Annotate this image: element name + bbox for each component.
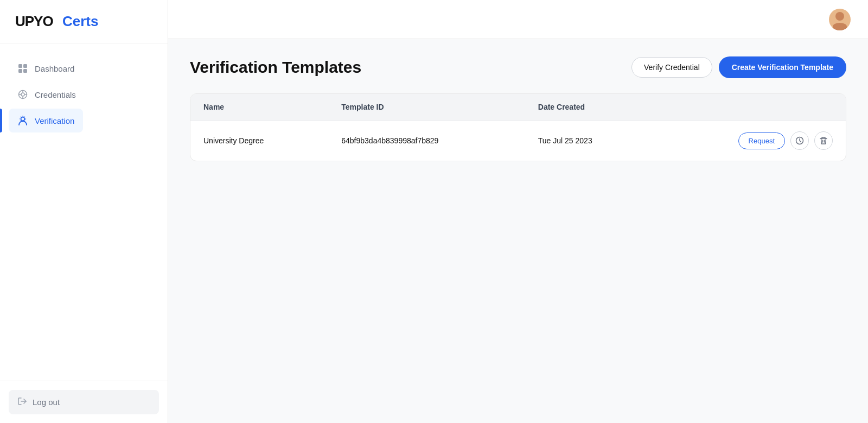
row-template-id: 64bf9b3da4b839998af7b829	[328, 121, 525, 161]
templates-table-container: Name Template ID Date Created University…	[190, 93, 846, 161]
user-avatar[interactable]	[829, 9, 851, 30]
main-content: Verification Templates Verify Credential…	[168, 0, 868, 423]
col-actions	[653, 94, 846, 121]
table-header: Name Template ID Date Created	[190, 94, 846, 121]
table-body: University Degree 64bf9b3da4b839998af7b8…	[190, 121, 846, 161]
avatar-figure	[829, 9, 851, 30]
svg-rect-0	[18, 64, 22, 68]
row-name: University Degree	[190, 121, 328, 161]
col-template-id: Template ID	[328, 94, 525, 121]
nav-dashboard[interactable]: Dashboard	[9, 56, 83, 80]
page-title: Verification Templates	[190, 58, 361, 77]
credentials-icon	[17, 89, 28, 100]
templates-table: Name Template ID Date Created University…	[190, 94, 846, 161]
dashboard-icon	[17, 63, 28, 74]
verification-icon	[17, 115, 28, 126]
logout-button[interactable]: Log out	[9, 390, 159, 414]
svg-point-10	[21, 117, 25, 121]
sidebar-nav: Dashboard Credentials	[0, 43, 168, 381]
avatar-head	[835, 12, 844, 21]
table-header-row: Name Template ID Date Created	[190, 94, 846, 121]
table-row: University Degree 64bf9b3da4b839998af7b8…	[190, 121, 846, 161]
page-content: Verification Templates Verify Credential…	[168, 39, 868, 423]
row-actions: Request	[666, 131, 833, 150]
delete-button[interactable]	[814, 131, 833, 150]
col-date-created: Date Created	[525, 94, 653, 121]
sidebar: UPYO Certs Dashboard	[0, 0, 168, 423]
logout-icon	[17, 396, 27, 408]
history-button[interactable]	[790, 131, 809, 150]
svg-rect-2	[18, 69, 22, 73]
topbar	[168, 0, 868, 39]
nav-credentials-label: Credentials	[35, 90, 76, 99]
svg-rect-3	[23, 69, 27, 73]
sidebar-item-dashboard[interactable]: Dashboard	[9, 56, 159, 80]
header-actions: Verify Credential Create Verification Te…	[631, 56, 846, 78]
verify-credential-button[interactable]: Verify Credential	[631, 57, 712, 78]
page-header: Verification Templates Verify Credential…	[190, 56, 846, 78]
logout-label: Log out	[33, 397, 60, 407]
svg-point-5	[21, 93, 24, 96]
nav-verification-label: Verification	[35, 116, 74, 125]
logo-certs: Certs	[62, 13, 98, 30]
sidebar-footer: Log out	[0, 381, 168, 423]
logo: UPYO Certs	[0, 0, 168, 43]
nav-credentials[interactable]: Credentials	[9, 83, 85, 106]
sidebar-item-verification[interactable]: Verification	[9, 109, 159, 132]
active-indicator	[0, 109, 2, 132]
sidebar-item-credentials[interactable]: Credentials	[9, 83, 159, 106]
create-verification-template-button[interactable]: Create Verification Template	[719, 56, 846, 78]
request-button[interactable]: Request	[738, 132, 785, 149]
avatar-body	[833, 23, 847, 30]
nav-dashboard-label: Dashboard	[35, 64, 74, 73]
nav-verification[interactable]: Verification	[9, 109, 83, 132]
col-name: Name	[190, 94, 328, 121]
logo-upyo: UPYO	[15, 13, 53, 30]
history-icon	[795, 136, 804, 145]
row-actions-cell: Request	[653, 121, 846, 161]
row-date-created: Tue Jul 25 2023	[525, 121, 653, 161]
trash-icon	[819, 136, 828, 145]
svg-rect-1	[23, 64, 27, 68]
